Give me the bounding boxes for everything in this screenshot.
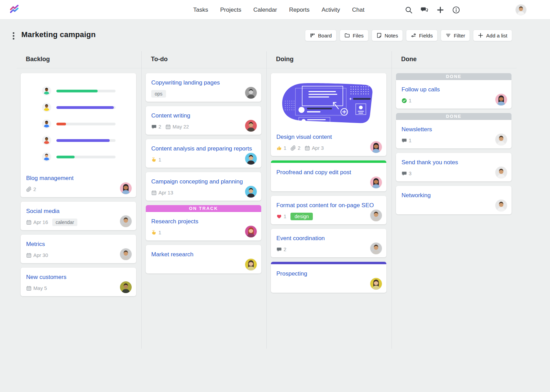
- card-networking[interactable]: Networking: [396, 186, 512, 214]
- progress-fill: [56, 156, 75, 158]
- card-title[interactable]: Blog management: [26, 173, 131, 183]
- info-icon[interactable]: [452, 6, 460, 14]
- search-icon[interactable]: [405, 6, 412, 14]
- paperclip-icon: [290, 145, 296, 151]
- card-research-projects[interactable]: Research projects 1: [146, 212, 261, 240]
- user-avatar[interactable]: [516, 4, 526, 15]
- card-send-thank-you-notes[interactable]: Send thank you notes 3: [396, 153, 512, 181]
- card-event-coordination[interactable]: Event coordination 2: [271, 229, 386, 257]
- nav-activity[interactable]: Activity: [321, 7, 340, 13]
- column-doing: Doing: [267, 51, 392, 349]
- card-title[interactable]: Market research: [151, 250, 256, 259]
- nav-projects[interactable]: Projects: [220, 7, 241, 13]
- board-icon: [310, 33, 315, 38]
- assignee-avatar: [370, 243, 382, 254]
- assignee-avatar: [495, 134, 507, 145]
- progress-fill: [56, 139, 110, 142]
- comment-count: 3: [409, 171, 411, 176]
- progress-track: [56, 139, 116, 142]
- card-title[interactable]: Send thank you notes: [402, 158, 506, 167]
- nav-calendar[interactable]: Calendar: [253, 7, 277, 13]
- card-blog-management[interactable]: Blog management 2: [21, 73, 136, 197]
- progress-row: [42, 86, 129, 96]
- card-title[interactable]: Prospecting: [276, 269, 381, 278]
- card-title[interactable]: Copywriting landing pages: [151, 78, 256, 87]
- calendar-icon: [151, 190, 157, 195]
- card-proofread[interactable]: Proofread and copy edit post: [271, 163, 386, 191]
- card-prospecting[interactable]: Prospecting: [271, 264, 386, 293]
- card-title[interactable]: Social media: [26, 206, 131, 216]
- card-design-visual-content[interactable]: Design visual content 1 2 Apr 3: [271, 73, 386, 156]
- card-title[interactable]: Follow up calls: [402, 85, 506, 94]
- card-title[interactable]: Content writing: [151, 111, 256, 120]
- person-illustration: [42, 119, 51, 128]
- clap-count: 1: [158, 157, 161, 163]
- card-title[interactable]: Proofread and copy edit post: [276, 168, 381, 177]
- assignee-avatar: [245, 87, 257, 99]
- drag-handle-icon[interactable]: [12, 32, 15, 40]
- notes-button[interactable]: Notes: [372, 30, 403, 41]
- progress-track: [56, 123, 116, 125]
- status-banner: DONE: [396, 73, 512, 80]
- card-copywriting[interactable]: Copywriting landing pages ops: [146, 73, 261, 102]
- assignee-avatar: [245, 120, 257, 132]
- nav-reports[interactable]: Reports: [289, 7, 310, 13]
- fields-icon: [411, 33, 416, 38]
- assignee-avatar: [495, 200, 507, 211]
- assignee-avatar: [120, 248, 132, 260]
- nav-chat[interactable]: Chat: [352, 7, 364, 13]
- due-date: May 22: [173, 124, 189, 130]
- paperclip-icon: [26, 187, 32, 192]
- chat-icon[interactable]: [421, 6, 428, 14]
- progress-fill: [56, 123, 66, 125]
- column-title: Backlog: [16, 51, 141, 68]
- progress-track: [56, 156, 116, 158]
- heart-icon: [276, 214, 282, 219]
- tag: design: [290, 213, 313, 220]
- board-view-button[interactable]: Board: [305, 30, 337, 41]
- comment-count: 2: [284, 247, 286, 252]
- card-title[interactable]: Metrics: [26, 239, 131, 249]
- nav-icon-group: [405, 0, 460, 20]
- comment-icon: [402, 138, 407, 143]
- card-newsletters[interactable]: Newsletters 1: [396, 120, 512, 148]
- progress-row: [42, 152, 129, 161]
- card-new-customers[interactable]: New customers May 5: [21, 268, 136, 296]
- fields-button[interactable]: Fields: [406, 30, 438, 41]
- assignee-avatar: [370, 278, 382, 290]
- card-campaign-concepting[interactable]: Campaign concepting and planning Apr 13: [146, 172, 261, 201]
- card-title[interactable]: New customers: [26, 272, 131, 282]
- page-title: Marketing campaign: [21, 30, 96, 39]
- files-button[interactable]: Files: [340, 30, 368, 41]
- card-market-research[interactable]: Market research: [146, 245, 261, 273]
- progress-track: [56, 106, 116, 109]
- card-title[interactable]: Event coordination: [276, 234, 381, 243]
- add-list-button[interactable]: Add a list: [473, 30, 512, 41]
- card-title[interactable]: Research projects: [151, 217, 256, 226]
- nav-tasks[interactable]: Tasks: [193, 7, 208, 13]
- calendar-icon: [26, 285, 32, 291]
- card-title[interactable]: Content analysis and preparing reports: [151, 144, 256, 153]
- heart-count: 1: [284, 214, 286, 219]
- comment-icon: [276, 247, 282, 252]
- attachment-count: 2: [33, 187, 36, 192]
- card-metrics[interactable]: Metrics Apr 30: [21, 235, 136, 263]
- app-logo-icon[interactable]: [9, 5, 19, 15]
- card-follow-up-calls[interactable]: Follow up calls 1: [396, 80, 512, 109]
- assignee-avatar: [370, 177, 382, 188]
- card-title[interactable]: Networking: [402, 191, 506, 200]
- person-illustration: [42, 152, 51, 161]
- card-content-analysis[interactable]: Content analysis and preparing reports 1: [146, 139, 261, 168]
- card-group-prospecting: Prospecting: [271, 262, 386, 293]
- card-title[interactable]: Format post content for on-page SEO: [276, 201, 381, 210]
- card-social-media[interactable]: Social media Apr 16 calendar: [21, 202, 136, 230]
- filter-button[interactable]: Filter: [441, 30, 470, 41]
- card-title[interactable]: Campaign concepting and planning: [151, 177, 256, 186]
- card-content-writing[interactable]: Content writing 2 May 22: [146, 106, 261, 135]
- check-count: 1: [409, 98, 411, 103]
- card-title[interactable]: Design visual content: [276, 132, 381, 142]
- card-title[interactable]: Newsletters: [402, 125, 506, 134]
- clap-icon: [151, 157, 157, 163]
- card-format-post-seo[interactable]: Format post content for on-page SEO 1 de…: [271, 196, 386, 224]
- plus-icon[interactable]: [437, 6, 444, 14]
